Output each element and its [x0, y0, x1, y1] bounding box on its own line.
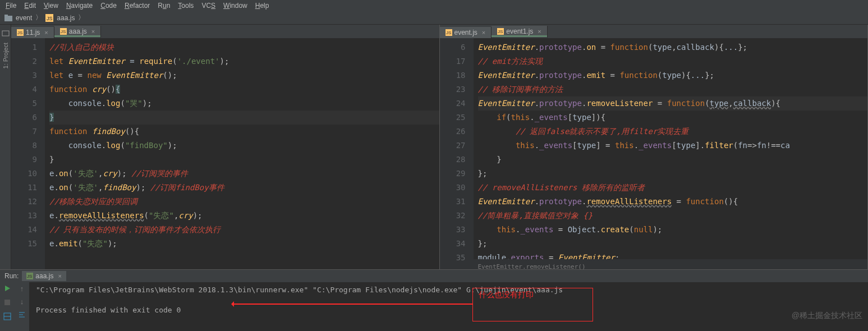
code-line[interactable]: e.removeAllListeners("失恋",cry); — [49, 209, 439, 223]
code-line[interactable]: // emit方法实现 — [478, 54, 868, 68]
console-line: "C:\Program Files\JetBrains\WebStorm 201… — [36, 286, 861, 296]
run-tab[interactable]: JS aaa.js × — [22, 271, 66, 281]
project-toolwindow-stripe[interactable]: 1: Project — [0, 25, 11, 269]
menu-view[interactable]: View — [44, 2, 58, 10]
run-toolwindow: Run: JS aaa.js × ↑ ↓ 什么也没有打印 "C:\Program… — [0, 269, 868, 331]
run-header: Run: JS aaa.js × — [0, 270, 868, 282]
svg-marker-15 — [5, 286, 10, 291]
code-area-right[interactable]: 6171823242526272829303132333435 EventEmi… — [440, 38, 868, 269]
code-line[interactable]: EventEmitter.prototype.emit = function(t… — [478, 68, 868, 82]
menu-tools[interactable]: Tools — [178, 2, 194, 10]
run-subaction-bar: ↑ ↓ — [15, 282, 29, 331]
code-line[interactable]: // removeAllListeners 移除所有的监听者 — [478, 181, 868, 195]
editor-split: JS11.js×JSaaa.js× 123456789101112131415 … — [11, 25, 868, 269]
code-line[interactable]: if(this._events[type]){ — [478, 111, 868, 125]
editor-pane-right: JSevent.js×JSevent1.js× 6171823242526272… — [440, 25, 869, 269]
menu-run[interactable]: Run — [158, 2, 170, 10]
code-left[interactable]: //引入自己的模块let EventEmitter = require('./e… — [45, 38, 439, 269]
breadcrumb-file[interactable]: aaa.js — [57, 14, 75, 22]
code-line[interactable]: EventEmitter.prototype.on = function(typ… — [478, 40, 868, 54]
editor-tabs-left: JS11.js×JSaaa.js× — [11, 25, 439, 38]
breadcrumb-folder[interactable]: event — [16, 14, 32, 22]
code-line[interactable]: this._events = Object.create(null); — [478, 223, 868, 237]
editor-pane-left: JS11.js×JSaaa.js× 123456789101112131415 … — [11, 25, 440, 269]
code-line[interactable]: } — [49, 111, 439, 125]
svg-text:JS: JS — [446, 30, 451, 35]
js-file-icon: JS — [17, 29, 24, 36]
close-icon[interactable]: × — [482, 29, 485, 36]
close-icon[interactable]: × — [58, 273, 61, 279]
run-tab-label: aaa.js — [35, 272, 53, 280]
js-file-icon: JS — [497, 28, 504, 35]
code-area-left[interactable]: 123456789101112131415 //引入自己的模块let Event… — [11, 38, 439, 269]
tab-11-js[interactable]: JS11.js× — [11, 27, 54, 38]
folder-icon — [4, 15, 12, 21]
svg-text:JS: JS — [498, 29, 503, 34]
breadcrumb: event 〉 JS aaa.js 〉 — [0, 11, 868, 25]
annotation-text: 什么也没有打印 — [479, 290, 534, 299]
code-line[interactable]: e.emit("失恋"); — [49, 237, 439, 251]
code-line[interactable]: this._events[type] = this._events[type].… — [478, 139, 868, 153]
wrap-icon[interactable] — [18, 310, 26, 320]
svg-text:JS: JS — [17, 30, 22, 35]
code-line[interactable]: EventEmitter.prototype.removeListener = … — [478, 96, 868, 111]
annotation-arrow — [234, 304, 472, 305]
code-line[interactable]: } — [478, 153, 868, 167]
tab-event-js[interactable]: JSevent.js× — [440, 27, 492, 38]
code-line[interactable]: }; — [478, 237, 868, 251]
code-line[interactable]: EventEmitter.prototype.removeAllListener… — [478, 195, 868, 209]
code-line[interactable]: console.log("findBoy"); — [49, 139, 439, 153]
code-line[interactable]: let e = new EventEmitter(); — [49, 68, 439, 82]
svg-rect-1 — [4, 15, 8, 17]
menu-help[interactable]: Help — [255, 2, 269, 10]
run-console[interactable]: 什么也没有打印 "C:\Program Files\JetBrains\WebS… — [29, 282, 868, 331]
svg-text:JS: JS — [27, 274, 32, 279]
code-line[interactable]: //简单粗暴,直接赋值空对象 {} — [478, 209, 868, 223]
menu-code[interactable]: Code — [100, 2, 117, 10]
project-stripe-label: 1: Project — [2, 43, 9, 68]
close-icon[interactable]: × — [91, 28, 95, 35]
code-line[interactable]: // 返回false就表示不要了,用filter实现去重 — [478, 125, 868, 139]
close-icon[interactable]: × — [44, 29, 48, 36]
layout-icon[interactable] — [3, 312, 11, 322]
close-icon[interactable]: × — [538, 28, 541, 35]
menu-navigate[interactable]: Navigate — [66, 2, 93, 10]
svg-text:JS: JS — [61, 29, 66, 34]
js-file-icon: JS — [60, 28, 67, 35]
gutter-left: 123456789101112131415 — [11, 38, 45, 269]
code-line[interactable]: e.on('失恋',findBoy); //订阅findBoy事件 — [49, 181, 439, 195]
gutter-right: 6171823242526272829303132333435 — [440, 38, 474, 269]
code-line[interactable]: } — [49, 153, 439, 167]
code-right[interactable]: EventEmitter.prototype.on = function(typ… — [474, 38, 868, 269]
up-icon[interactable]: ↑ — [20, 284, 24, 293]
tab-aaa-js[interactable]: JSaaa.js× — [54, 26, 101, 38]
code-line[interactable]: // 移除订阅事件的方法 — [478, 82, 868, 96]
code-line[interactable]: console.log("哭"); — [49, 96, 439, 111]
down-icon[interactable]: ↓ — [20, 297, 24, 306]
svg-rect-4 — [2, 31, 9, 36]
code-line[interactable]: }; — [478, 167, 868, 181]
code-line[interactable]: // 只有当发布的时候，订阅的事件才会依次执行 — [49, 223, 439, 237]
menu-vcs[interactable]: VCS — [201, 2, 215, 10]
stop-icon[interactable] — [3, 298, 11, 308]
watermark: @稀土掘金技术社区 — [792, 311, 862, 321]
menu-edit[interactable]: Edit — [24, 2, 36, 10]
js-file-icon: JS — [26, 273, 33, 279]
js-file-icon: JS — [45, 14, 53, 22]
code-line[interactable]: //移除失恋对应的哭回调 — [49, 195, 439, 209]
editor-breadcrumb-right[interactable]: EventEmitter.removeListener() — [474, 259, 868, 269]
project-icon — [2, 29, 10, 37]
menu-refactor[interactable]: Refactor — [125, 2, 150, 10]
tab-event1-js[interactable]: JSevent1.js× — [492, 26, 547, 38]
svg-rect-16 — [4, 300, 10, 305]
code-line[interactable]: //引入自己的模块 — [49, 40, 439, 54]
code-line[interactable]: let EventEmitter = require('./event'); — [49, 54, 439, 68]
code-line[interactable]: function cry(){ — [49, 82, 439, 96]
rerun-icon[interactable] — [3, 284, 11, 294]
editor-tabs-right: JSevent.js×JSevent1.js× — [440, 25, 868, 38]
code-line[interactable]: function findBoy(){ — [49, 125, 439, 139]
code-line[interactable]: e.on('失恋',cry); //订阅哭的事件 — [49, 167, 439, 181]
menu-file[interactable]: File — [6, 2, 16, 10]
menu-window[interactable]: Window — [223, 2, 247, 10]
run-action-bar — [0, 282, 15, 331]
